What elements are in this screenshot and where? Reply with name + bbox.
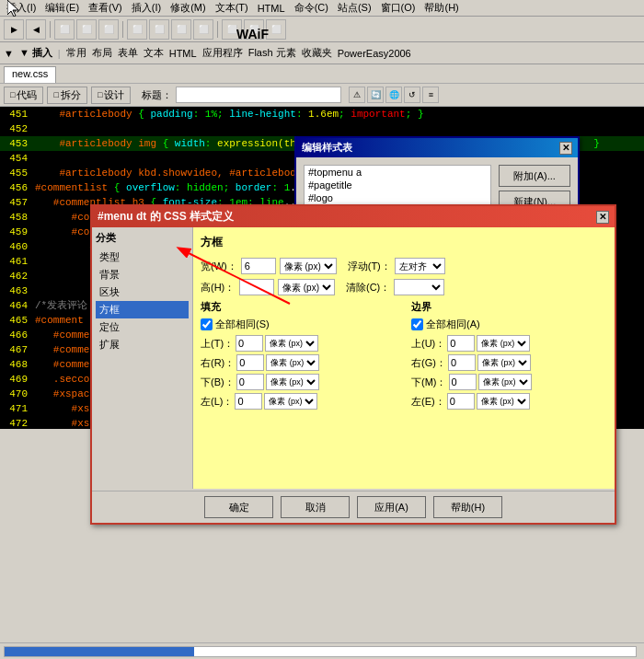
fill-top-unit[interactable]: 像素 (px) bbox=[265, 335, 318, 352]
border-all-label: 全部相同(A) bbox=[426, 318, 480, 331]
menubar-item-insert[interactable]: 插入(I) bbox=[2, 0, 40, 16]
tab-app[interactable]: 应用程序 bbox=[202, 46, 243, 60]
border-right-input[interactable] bbox=[448, 354, 476, 371]
selector-item-pagetitle[interactable]: #pagetitle bbox=[305, 179, 490, 191]
fill-all-label: 全部相同(S) bbox=[215, 318, 270, 331]
css-category-position[interactable]: 定位 bbox=[96, 318, 189, 336]
tab-html[interactable]: HTML bbox=[169, 48, 197, 59]
title-label: 标题： bbox=[142, 88, 172, 102]
menubar-item-modify[interactable]: 修改(M) bbox=[166, 0, 211, 16]
width-input[interactable] bbox=[241, 258, 276, 274]
toolbar-sep-2 bbox=[122, 21, 123, 38]
insert-label[interactable]: ▼ 插入 bbox=[19, 46, 52, 60]
css-right-panel: 方框 宽(W)： 像素 (px) 浮动(T)： 左对齐 高(H)： 像素 (px… bbox=[193, 227, 615, 489]
toolbar-btn-7[interactable]: ⬜ bbox=[149, 19, 169, 40]
tab-text[interactable]: 文本 bbox=[144, 46, 164, 60]
css-category-extend[interactable]: 扩展 bbox=[96, 336, 189, 353]
tab-powereasy[interactable]: PowerEasy2006 bbox=[338, 48, 411, 59]
code-tab-btn[interactable]: □ 代码 bbox=[4, 87, 43, 104]
height-unit-select[interactable]: 像素 (px) bbox=[278, 279, 335, 295]
fill-left-label: 左(L)： bbox=[201, 395, 233, 409]
css-def-title: #menu dt 的 CSS 样式定义 bbox=[98, 209, 234, 225]
ok-button[interactable]: 确定 bbox=[204, 496, 273, 518]
fill-all-checkbox[interactable] bbox=[201, 318, 213, 330]
split-icon: □ bbox=[53, 90, 58, 99]
menubar-item-html[interactable]: HTML bbox=[253, 2, 290, 15]
help-button[interactable]: 帮助(H) bbox=[433, 496, 502, 518]
insert-arrow[interactable]: ▼ bbox=[4, 48, 14, 59]
menubar-item-view[interactable]: 查看(V) bbox=[84, 0, 127, 16]
css-close-icon[interactable]: ✕ bbox=[596, 211, 609, 224]
css-def-dialog[interactable]: #menu dt 的 CSS 样式定义 ✕ 分类 类型 背景 区块 方框 定位 … bbox=[90, 204, 616, 525]
fill-bottom-input[interactable] bbox=[236, 374, 264, 390]
toolbar-icon-list[interactable]: ≡ bbox=[422, 87, 439, 103]
border-section: 边界 全部相同(A) 上(U)： 像素 (px) 右(G)： bbox=[411, 300, 607, 412]
sep-v: | bbox=[58, 48, 61, 59]
fill-top-input[interactable] bbox=[236, 335, 263, 352]
tab-favorites[interactable]: 收藏夹 bbox=[302, 46, 332, 60]
border-right-unit[interactable]: 像素 (px) bbox=[477, 354, 531, 371]
title-input[interactable] bbox=[176, 87, 341, 103]
menubar: 插入(I) 编辑(E) 查看(V) 插入(I) 修改(M) 文本(T) HTML… bbox=[0, 0, 644, 17]
toolbar-btn-6[interactable]: ⬜ bbox=[127, 19, 147, 40]
tab-common[interactable]: 常用 bbox=[66, 46, 86, 60]
height-input[interactable] bbox=[239, 279, 274, 295]
edit-style-dialog-titlebar[interactable]: 编辑样式表 ✕ bbox=[296, 138, 578, 157]
toolbar-btn-2[interactable]: ◀ bbox=[26, 19, 46, 40]
toolbar-btn-4[interactable]: ⬜ bbox=[76, 19, 97, 40]
toolbar-btn-3[interactable]: ⬜ bbox=[54, 19, 75, 40]
fill-title: 填充 bbox=[201, 300, 397, 314]
css-category-type[interactable]: 类型 bbox=[96, 249, 189, 266]
close-icon[interactable]: ✕ bbox=[559, 142, 572, 155]
toolbar-icon-globe[interactable]: 🌐 bbox=[385, 87, 402, 103]
fill-left-input[interactable] bbox=[235, 393, 262, 410]
css-category-block[interactable]: 区块 bbox=[96, 283, 189, 301]
fill-bottom-unit[interactable]: 像素 (px) bbox=[266, 374, 319, 390]
css-category-bg[interactable]: 背景 bbox=[96, 266, 189, 283]
border-top-unit[interactable]: 像素 (px) bbox=[477, 335, 530, 352]
float-select[interactable]: 左对齐 bbox=[395, 258, 445, 274]
fill-right-input[interactable] bbox=[236, 354, 264, 371]
fill-right-unit[interactable]: 像素 (px) bbox=[266, 354, 319, 371]
fill-left-unit[interactable]: 像素 (px) bbox=[264, 393, 317, 410]
toolbar-btn-1[interactable]: ▶ bbox=[4, 19, 24, 40]
selector-item-topmenu-a[interactable]: #topmenu a bbox=[305, 166, 490, 179]
border-bottom-input[interactable] bbox=[449, 374, 477, 390]
menubar-item-insert2[interactable]: 插入(I) bbox=[127, 0, 166, 16]
border-bottom-unit[interactable]: 像素 (px) bbox=[478, 374, 532, 390]
tab-layout[interactable]: 布局 bbox=[92, 46, 112, 60]
fill-right-label: 右(R)： bbox=[201, 356, 235, 370]
border-right-label: 右(G)： bbox=[411, 356, 446, 370]
border-left-input[interactable] bbox=[447, 393, 475, 410]
attach-button[interactable]: 附加(A)... bbox=[499, 165, 570, 187]
toolbar-icon-warning[interactable]: ⚠ bbox=[349, 87, 365, 103]
apply-button[interactable]: 应用(A) bbox=[357, 496, 426, 518]
selector-item-logo[interactable]: #logo bbox=[305, 191, 490, 204]
menubar-item-window[interactable]: 窗口(O) bbox=[376, 0, 420, 16]
toolbar-icon-refresh[interactable]: 🔄 bbox=[367, 87, 384, 103]
border-left-unit[interactable]: 像素 (px) bbox=[477, 393, 530, 410]
clear-select[interactable] bbox=[394, 279, 444, 295]
menubar-item-site[interactable]: 站点(S) bbox=[333, 0, 376, 16]
border-all-checkbox[interactable] bbox=[411, 318, 423, 330]
border-top-input[interactable] bbox=[447, 335, 475, 352]
border-top-label: 上(U)： bbox=[411, 337, 445, 351]
width-unit-select[interactable]: 像素 (px) bbox=[280, 258, 337, 274]
toolbar-btn-8[interactable]: ⬜ bbox=[171, 19, 191, 40]
toolbar-btn-9[interactable]: ⬜ bbox=[193, 19, 213, 40]
toolbar-btn-5[interactable]: ⬜ bbox=[98, 19, 119, 40]
tab-form[interactable]: 表单 bbox=[118, 46, 138, 60]
file-tab-new-css[interactable]: new.css bbox=[4, 66, 56, 83]
cancel-button[interactable]: 取消 bbox=[281, 496, 350, 518]
menubar-item-help[interactable]: 帮助(H) bbox=[420, 0, 463, 16]
toolbar-icon-reload[interactable]: ↺ bbox=[404, 87, 420, 103]
toolbar-btn-12[interactable]: ⬜ bbox=[266, 19, 286, 40]
menubar-item-command[interactable]: 命令(C) bbox=[290, 0, 333, 16]
menubar-item-text[interactable]: 文本(T) bbox=[211, 0, 253, 16]
design-tab-btn[interactable]: □ 设计 bbox=[91, 87, 131, 104]
menubar-item-edit[interactable]: 编辑(E) bbox=[40, 0, 84, 16]
css-def-titlebar[interactable]: #menu dt 的 CSS 样式定义 ✕ bbox=[92, 206, 615, 227]
tab-flash[interactable]: Flash 元素 bbox=[248, 46, 296, 60]
split-tab-btn[interactable]: □ 拆分 bbox=[47, 87, 86, 104]
css-category-box[interactable]: 方框 bbox=[96, 301, 189, 318]
